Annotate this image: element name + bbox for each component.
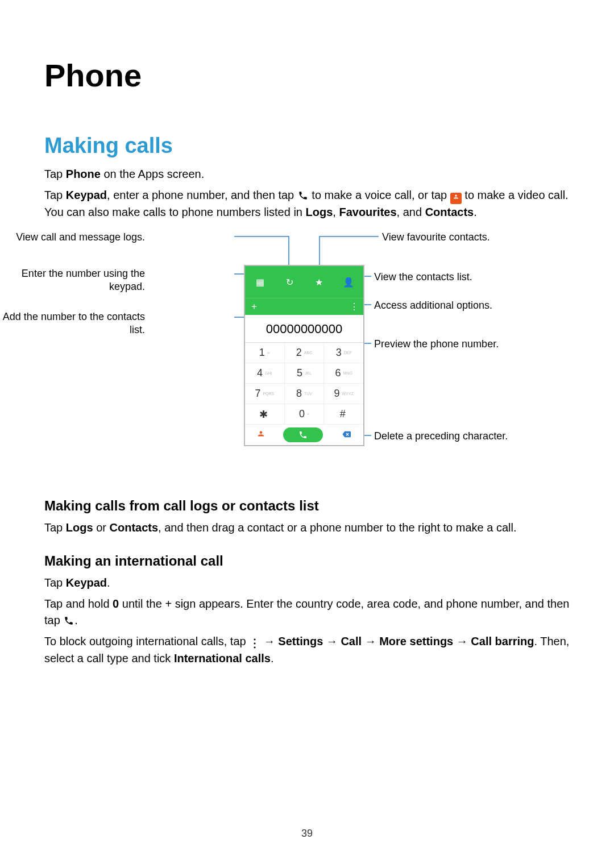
subsection-2-line2: Tap and hold 0 until the + sign appears.… <box>44 596 571 629</box>
paragraph-1: Tap Phone on the Apps screen. <box>44 166 571 182</box>
key-1[interactable]: 1∞ <box>245 343 285 363</box>
more-icon: ⋮ <box>249 639 260 650</box>
section-title: Making calls <box>44 134 571 158</box>
subsection-1-body: Tap Logs or Contacts, and then drag a co… <box>44 520 571 536</box>
favourites-tab[interactable]: ★ <box>304 266 334 298</box>
key-5[interactable]: 5JKL <box>285 363 325 384</box>
contacts-tab[interactable]: 👤 <box>334 266 363 298</box>
video-call-button[interactable] <box>256 429 266 441</box>
voice-call-button[interactable] <box>283 427 323 442</box>
key-4[interactable]: 4GHI <box>245 363 285 384</box>
subsection-2-line3: To block outgoing international calls, t… <box>44 633 571 667</box>
keypad-tab[interactable]: ▦ <box>245 266 275 298</box>
call-icon <box>63 614 74 625</box>
video-call-icon <box>450 193 462 204</box>
keypad-icon: ▦ <box>256 277 264 288</box>
key-9[interactable]: 9WXYZ <box>324 384 363 404</box>
key-2[interactable]: 2ABC <box>285 343 325 363</box>
more-options-button[interactable]: ⋮ <box>350 301 359 312</box>
chapter-title: Phone <box>44 57 571 94</box>
contact-icon: 👤 <box>343 277 354 288</box>
key-6[interactable]: 6MNO <box>324 363 363 384</box>
key-hash[interactable]: # <box>324 404 363 425</box>
phone-number-display: 00000000000 <box>245 315 363 343</box>
key-star[interactable]: ✱ <box>245 404 285 425</box>
dial-keypad: 1∞ 2ABC 3DEF 4GHI 5JKL 6MNO 7PQRS 8TUV 9… <box>245 343 363 425</box>
subsection-1-title: Making calls from call logs or contacts … <box>44 498 571 514</box>
paragraph-2: Tap Keypad, enter a phone number, and th… <box>44 187 571 221</box>
logs-icon: ↻ <box>286 277 293 288</box>
key-0[interactable]: 0+ <box>285 404 325 425</box>
subsection-2-title: Making an international call <box>44 553 571 569</box>
phone-figure: View call and message logs. Enter the nu… <box>44 231 571 481</box>
subsection-2-line1: Tap Keypad. <box>44 575 571 591</box>
star-icon: ★ <box>315 277 323 288</box>
add-to-contacts-button[interactable]: ＋ <box>250 301 259 313</box>
key-7[interactable]: 7PQRS <box>245 384 285 404</box>
call-icon <box>297 189 309 200</box>
key-3[interactable]: 3DEF <box>324 343 363 363</box>
phone-app-mockup: ▦ ↻ ★ 👤 ＋ ⋮ 00000000000 1∞ 2ABC 3DEF 4GH… <box>244 265 364 446</box>
backspace-button[interactable] <box>340 430 352 441</box>
key-8[interactable]: 8TUV <box>285 384 325 404</box>
page-number: 39 <box>0 828 614 840</box>
logs-tab[interactable]: ↻ <box>275 266 304 298</box>
